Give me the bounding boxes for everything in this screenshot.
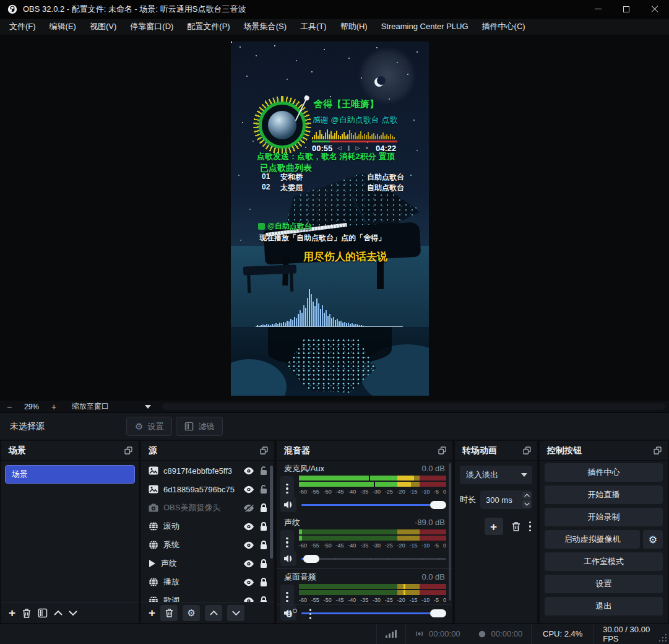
mixer-dock-header[interactable]: 混音器 bbox=[277, 441, 452, 461]
sources-dock-title: 源 bbox=[149, 445, 157, 456]
popout-icon[interactable] bbox=[260, 446, 268, 455]
add-source-button[interactable]: + bbox=[149, 607, 155, 619]
move-scene-up-button[interactable] bbox=[54, 611, 63, 616]
menu-docks[interactable]: 停靠窗口(D) bbox=[123, 19, 180, 35]
image-source-icon bbox=[149, 485, 158, 494]
source-row[interactable]: 6d18859a5796bc75 bbox=[141, 480, 274, 498]
start-virtual-camera-button[interactable]: 启动虚拟摄像机 bbox=[545, 530, 640, 549]
fit-dropdown-arrow-icon[interactable] bbox=[145, 405, 151, 409]
popout-icon[interactable] bbox=[124, 446, 132, 455]
lock-icon[interactable] bbox=[259, 540, 268, 550]
start-streaming-button[interactable]: 开始直播 bbox=[545, 485, 663, 504]
advanced-audio-properties-button[interactable]: ⚙ bbox=[285, 610, 293, 619]
lock-open-icon[interactable] bbox=[259, 466, 268, 476]
add-transition-button[interactable]: + bbox=[485, 518, 503, 535]
fps-indicator: 30.00 / 30.00 FPS bbox=[594, 624, 669, 644]
preview-horizontal-scrollbar[interactable] bbox=[162, 403, 665, 410]
volume-slider-handle[interactable] bbox=[303, 555, 319, 563]
transition-options-button[interactable] bbox=[529, 521, 532, 532]
visibility-eye-icon[interactable] bbox=[243, 560, 254, 568]
maximize-button[interactable] bbox=[612, 0, 641, 18]
mixer-channel-meter: -60-55-50-45-40-35-30-25-20-15-10-50 bbox=[277, 584, 452, 604]
lock-icon[interactable] bbox=[259, 521, 268, 531]
scene-filters-button[interactable] bbox=[38, 608, 48, 618]
move-source-down-button[interactable] bbox=[227, 605, 244, 621]
minimize-button[interactable] bbox=[584, 0, 612, 18]
source-row[interactable]: 播放 bbox=[141, 573, 274, 591]
obs-logo-icon bbox=[7, 4, 17, 14]
fit-to-window-select[interactable]: 缩放至窗口 bbox=[72, 401, 109, 412]
mixer-scrollbar[interactable] bbox=[449, 463, 451, 601]
volume-slider[interactable] bbox=[301, 501, 446, 509]
scene-item-selected[interactable]: 场景 bbox=[5, 465, 135, 484]
transitions-dock-header[interactable]: 转场动画 bbox=[455, 441, 537, 461]
controls-dock-title: 控制按钮 bbox=[547, 445, 582, 456]
visibility-eye-icon[interactable] bbox=[243, 467, 254, 475]
filters-button[interactable]: 滤镜 bbox=[176, 417, 223, 436]
visibility-eye-icon[interactable] bbox=[243, 597, 254, 603]
menu-scene-collection[interactable]: 场景集合(S) bbox=[237, 19, 293, 35]
popout-icon[interactable] bbox=[654, 446, 662, 455]
virtual-camera-settings-button[interactable]: ⚙ bbox=[643, 530, 663, 549]
sources-scrollbar[interactable] bbox=[270, 466, 273, 559]
menu-tools[interactable]: 工具(T) bbox=[293, 19, 334, 35]
zoom-out-button[interactable]: − bbox=[0, 402, 19, 412]
plugin-center-button[interactable]: 插件中心 bbox=[545, 463, 663, 482]
duration-spinbox[interactable]: 300 ms bbox=[480, 490, 532, 509]
properties-button[interactable]: ⚙ 设置 bbox=[126, 417, 172, 436]
menu-streaming-center-plug[interactable]: Streaming Center PLUG bbox=[374, 19, 475, 35]
close-icon bbox=[651, 6, 658, 13]
visibility-eye-off-icon[interactable] bbox=[243, 504, 254, 512]
source-row[interactable]: 歌词 bbox=[141, 591, 274, 602]
volume-slider[interactable] bbox=[301, 555, 446, 563]
menu-view[interactable]: 视图(V) bbox=[83, 19, 123, 35]
transition-select[interactable]: 淡入淡出 bbox=[460, 466, 532, 484]
start-recording-button[interactable]: 开始录制 bbox=[545, 508, 663, 526]
move-source-up-button[interactable] bbox=[205, 605, 222, 621]
menu-file[interactable]: 文件(F) bbox=[2, 19, 43, 35]
exit-button[interactable]: 退出 bbox=[545, 597, 663, 616]
menu-profile[interactable]: 配置文件(P) bbox=[180, 19, 236, 35]
source-row[interactable]: 系统 bbox=[141, 536, 274, 554]
lock-icon[interactable] bbox=[259, 596, 268, 602]
channel-options-button[interactable] bbox=[280, 530, 294, 555]
source-properties-button[interactable]: ⚙ bbox=[183, 605, 200, 621]
volume-meter bbox=[299, 482, 446, 487]
source-row[interactable]: OBS美颜摄像头 bbox=[141, 498, 274, 517]
duration-decrease-button[interactable] bbox=[522, 500, 531, 508]
menu-plugin-center[interactable]: 插件中心(C) bbox=[475, 19, 532, 35]
lock-icon[interactable] bbox=[259, 577, 268, 587]
settings-button[interactable]: 设置 bbox=[545, 575, 663, 593]
zoom-in-button[interactable]: + bbox=[45, 402, 63, 412]
channel-options-button[interactable] bbox=[280, 476, 294, 501]
lock-icon[interactable] bbox=[259, 503, 268, 513]
remove-transition-button[interactable] bbox=[511, 521, 521, 531]
lock-open-icon[interactable] bbox=[259, 484, 268, 494]
source-row[interactable]: c8917f4ebbfbfe5ff3 bbox=[141, 461, 274, 480]
volume-slider-handle[interactable] bbox=[430, 501, 446, 509]
studio-mode-button[interactable]: 工作室模式 bbox=[545, 552, 663, 571]
scenes-dock-header[interactable]: 场景 bbox=[1, 441, 139, 461]
remove-source-button[interactable] bbox=[160, 605, 178, 621]
popout-icon[interactable] bbox=[438, 446, 446, 455]
controls-dock-header[interactable]: 控制按钮 bbox=[540, 441, 668, 461]
visibility-eye-icon[interactable] bbox=[243, 485, 254, 494]
visibility-eye-icon[interactable] bbox=[243, 541, 254, 549]
lock-icon[interactable] bbox=[259, 559, 268, 568]
visibility-eye-icon[interactable] bbox=[243, 523, 254, 531]
move-scene-down-button[interactable] bbox=[69, 611, 77, 616]
source-row[interactable]: 声纹 bbox=[141, 554, 274, 573]
add-scene-button[interactable]: + bbox=[9, 607, 15, 619]
popout-icon[interactable] bbox=[523, 446, 531, 455]
sources-dock-header[interactable]: 源 bbox=[141, 441, 274, 461]
duration-increase-button[interactable] bbox=[522, 492, 531, 499]
mixer-options-button[interactable] bbox=[309, 609, 312, 619]
source-row[interactable]: 滚动 bbox=[141, 517, 274, 536]
close-button[interactable] bbox=[641, 0, 669, 18]
visibility-eye-icon[interactable] bbox=[243, 578, 254, 586]
preview-canvas[interactable]: 舍得【王唯旖】 感谢 @自助点歌台 点歌 00:55 ◁ ∥ ▷ × 04:22… bbox=[231, 41, 429, 396]
menu-help[interactable]: 帮助(H) bbox=[334, 19, 374, 35]
remove-scene-button[interactable] bbox=[22, 608, 32, 618]
menu-edit[interactable]: 编辑(E) bbox=[43, 19, 83, 35]
resize-grip[interactable] bbox=[659, 634, 667, 642]
